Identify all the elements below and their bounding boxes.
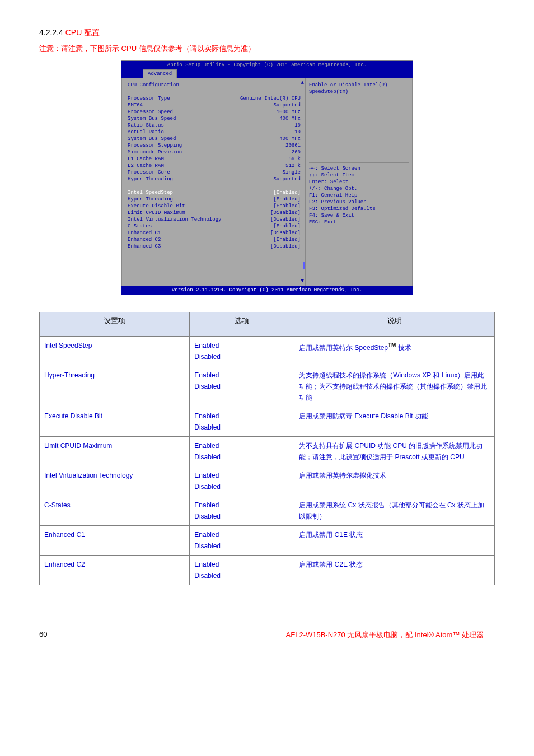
th-setting: 设置项 [40, 312, 190, 337]
bios-option-value: [Enabled] [273, 196, 301, 203]
bios-option-label: Intel SpeedStep [128, 189, 223, 196]
trademark-superscript: TM [388, 342, 396, 348]
bios-info-row: Hyper-ThreadingSupported [128, 176, 301, 183]
bios-option-value: [Enabled] [273, 203, 301, 209]
bios-help-key-line: F4: Save & Exit [309, 212, 409, 219]
setting-name: Limit CPUID Maximum [40, 437, 190, 466]
bios-info-row: Processor Speed1000 MHz [128, 109, 301, 115]
th-desc: 说明 [294, 312, 495, 337]
setting-description: 启用或禁用 C1E 状态 [294, 526, 495, 556]
note-line: 注意：请注意，下图所示 CPU 信息仅供参考（请以实际信息为准） [39, 44, 495, 54]
table-row: Hyper-ThreadingEnabledDisabled为支持超线程技术的操… [40, 366, 495, 407]
table-row: Execute Disable BitEnabledDisabled启用或禁用防… [40, 407, 495, 437]
bios-info-value: 1000 MHz [277, 109, 301, 115]
table-row: Limit CPUID MaximumEnabledDisabled为不支持具有… [40, 437, 495, 466]
bios-info-label: EMT64 [128, 102, 223, 109]
setting-name: Execute Disable Bit [40, 407, 190, 437]
bios-help-key-line: →←: Select Screen [309, 165, 409, 172]
bios-version-bar: Version 2.11.1210. Copyright (C) 2011 Am… [121, 286, 413, 295]
bios-tab-row: Advanced [121, 69, 413, 78]
options-table: 设置项 选项 说明 Intel SpeedStepEnabledDisabled… [39, 312, 495, 585]
setting-options: EnabledDisabled [190, 407, 294, 437]
setting-options: EnabledDisabled [190, 496, 294, 526]
bios-option-value: [Disabled] [270, 216, 301, 223]
setting-name: Intel SpeedStep [40, 337, 190, 366]
section-title: CPU 配置 [65, 28, 100, 37]
bios-option-row[interactable]: Enhanced C2[Enabled] [128, 236, 301, 243]
bios-info-value: 260 [292, 149, 301, 156]
bios-info-label: Processor Stepping [128, 142, 223, 149]
bios-info-row: Processor TypeGenuine Intel(R) CPU [128, 95, 301, 102]
bios-option-label: Execute Disable Bit [128, 203, 223, 209]
setting-description: 启用或禁用英特尔虚拟化技术 [294, 466, 495, 496]
bios-option-row[interactable]: Hyper-Threading[Enabled] [128, 196, 301, 203]
bios-help-key-line: F3: Optimized Defaults [309, 206, 409, 212]
bios-option-row[interactable]: Execute Disable Bit[Enabled] [128, 203, 301, 209]
setting-description: 启用或禁用系统 Cx 状态报告（其他部分可能会在 Cx 状态上加以限制） [294, 496, 495, 526]
footer-text: AFL2-W15B-N270 无风扇平板电脑，配 Intel® Atom™ 处理… [286, 630, 484, 640]
bios-info-value: 400 MHz [279, 115, 301, 122]
bios-option-label: Enhanced C2 [128, 236, 223, 243]
bios-option-row[interactable]: Intel Virtualization Technology[Disabled… [128, 216, 301, 223]
setting-options: EnabledDisabled [190, 437, 294, 466]
table-row: Intel Virtualization TechnologyEnabledDi… [40, 466, 495, 496]
bios-option-label: Enhanced C3 [128, 243, 223, 250]
bios-option-row[interactable]: Limit CPUID Maximum[Disabled] [128, 209, 301, 216]
bios-info-row: EMT64Supported [128, 102, 301, 109]
bios-info-row: Processor Stepping20661 [128, 142, 301, 149]
section-number: 4.2.2.4 [39, 28, 63, 37]
bios-info-label: L1 Cache RAM [128, 156, 223, 162]
bios-option-value: [Disabled] [270, 209, 301, 216]
bios-help-key-line: Enter: Select [309, 179, 409, 185]
bios-option-label: Limit CPUID Maximum [128, 209, 223, 216]
setting-name: Enhanced C1 [40, 526, 190, 556]
bios-option-label: Hyper-Threading [128, 196, 223, 203]
setting-description: 为支持超线程技术的操作系统（Windows XP 和 Linux）启用此功能；为… [294, 366, 495, 407]
bios-info-label: Processor Type [128, 95, 223, 102]
table-row: Enhanced C2EnabledDisabled启用或禁用 C2E 状态 [40, 556, 495, 585]
bios-right-pane: Enable or Disable Intel(R) SpeedStep(tm)… [305, 78, 412, 286]
bios-info-label: Actual Ratio [128, 129, 223, 136]
bios-info-value: 400 MHz [279, 136, 301, 142]
bios-info-row: Processor CoreSingle [128, 169, 301, 176]
bios-info-value: 56 k [288, 156, 301, 162]
setting-options: EnabledDisabled [190, 337, 294, 366]
bios-section-title: CPU Configuration [128, 82, 301, 88]
bios-info-value: 10 [294, 122, 301, 129]
bios-info-label: System Bus Speed [128, 115, 223, 122]
bios-option-label: Intel Virtualization Technology [128, 216, 223, 223]
bios-info-value: Supported [273, 176, 301, 183]
bios-option-row[interactable]: Enhanced C3[Disabled] [128, 243, 301, 250]
page-footer: 60 AFL2-W15B-N270 无风扇平板电脑，配 Intel® Atom™… [39, 630, 495, 640]
bios-option-value: [Disabled] [270, 243, 301, 250]
bios-info-row: Actual Ratio10 [128, 129, 301, 136]
setting-name: Intel Virtualization Technology [40, 466, 190, 496]
scroll-up-icon: ▲ [301, 80, 304, 86]
scroll-down-icon: ▼ [301, 278, 304, 284]
bios-option-value: [Enabled] [273, 223, 301, 230]
bios-info-row: System Bus Speed400 MHz [128, 115, 301, 122]
bios-option-value: [Disabled] [270, 230, 301, 236]
bios-help-text: Enable or Disable Intel(R) SpeedStep(tm) [309, 82, 409, 95]
table-row: Intel SpeedStepEnabledDisabled启用或禁用英特尔 S… [40, 337, 495, 366]
bios-info-row: Microcode Revision260 [128, 149, 301, 156]
table-header-row: 设置项 选项 说明 [40, 312, 495, 337]
bios-option-row[interactable]: C-States[Enabled] [128, 223, 301, 230]
bios-option-row[interactable]: Intel SpeedStep[Enabled] [128, 189, 301, 196]
bios-info-label: Processor Speed [128, 109, 223, 115]
setting-options: EnabledDisabled [190, 466, 294, 496]
bios-option-row[interactable]: Enhanced C1[Disabled] [128, 230, 301, 236]
setting-description: 启用或禁用 C2E 状态 [294, 556, 495, 585]
bios-info-value: Genuine Intel(R) CPU [240, 95, 301, 102]
bios-info-value: 20661 [285, 142, 301, 149]
bios-help-key-line: ESC: Exit [309, 219, 409, 226]
bios-help-key-line: +/-: Change Opt. [309, 185, 409, 192]
bios-info-value: 10 [294, 129, 301, 136]
setting-name: C-States [40, 496, 190, 526]
bios-left-pane: ▲ CPU Configuration Processor TypeGenuin… [122, 78, 305, 286]
bios-info-row: L2 Cache RAM512 k [128, 162, 301, 169]
bios-info-label: Microcode Revision [128, 149, 223, 156]
setting-description: 为不支持具有扩展 CPUID 功能 CPU 的旧版操作系统禁用此功能；请注意，此… [294, 437, 495, 466]
bios-info-row: System Bus Speed400 MHz [128, 136, 301, 142]
bios-info-value: Supported [273, 102, 301, 109]
